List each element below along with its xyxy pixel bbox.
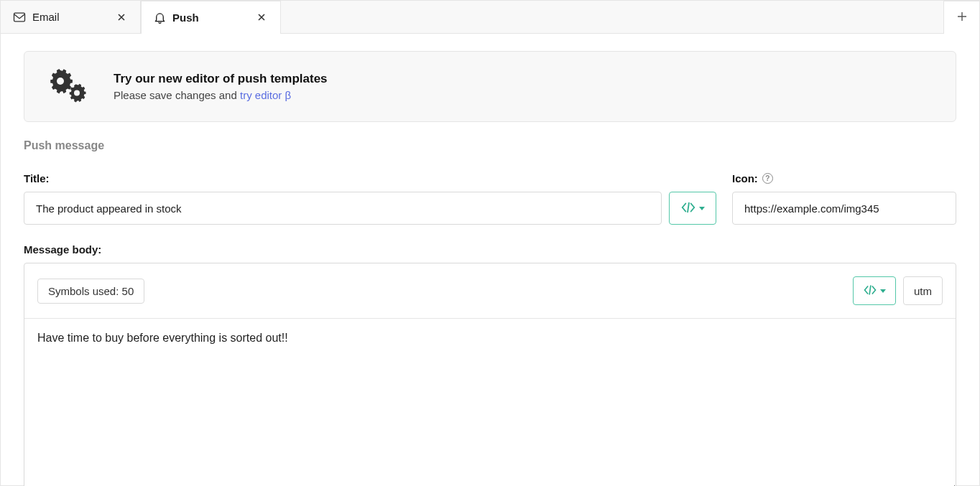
title-label: Title: [24, 172, 716, 184]
try-editor-link[interactable]: try editor β [240, 89, 291, 101]
symbols-count: 50 [122, 285, 134, 297]
svg-point-2 [74, 90, 80, 96]
svg-rect-0 [14, 13, 25, 22]
page-root: Email Push [0, 0, 980, 486]
section-heading: Push message [24, 139, 956, 152]
editor-banner: Try our new editor of push templates Ple… [24, 51, 956, 122]
tab-label: Push [172, 11, 249, 24]
insert-variable-button[interactable] [669, 192, 716, 225]
tab-label: Email [32, 11, 108, 23]
body-insert-variable-button[interactable] [853, 276, 896, 305]
code-icon [680, 201, 696, 216]
plus-icon [956, 11, 968, 24]
tab-email[interactable]: Email [1, 1, 141, 33]
help-icon[interactable]: ? [762, 173, 773, 184]
add-tab-button[interactable] [943, 1, 979, 34]
icon-label-text: Icon: [732, 172, 758, 184]
code-icon [863, 284, 877, 298]
close-icon[interactable] [114, 10, 129, 24]
title-icon-row: Title: [24, 172, 956, 225]
tab-list: Email Push [1, 1, 281, 33]
close-icon[interactable] [254, 10, 269, 24]
banner-sub-prefix: Please save changes and [114, 89, 240, 101]
message-body-label: Message body: [24, 243, 956, 256]
title-input[interactable] [24, 192, 662, 225]
tab-push[interactable]: Push [141, 1, 281, 34]
utm-button[interactable]: utm [903, 276, 943, 305]
symbols-counter: Symbols used: 50 [37, 279, 144, 304]
svg-point-1 [57, 78, 64, 85]
gears-icon [45, 67, 91, 106]
banner-subtitle: Please save changes and try editor β [114, 89, 328, 101]
title-input-row [24, 192, 716, 225]
chevron-down-icon [880, 289, 886, 293]
message-body-textarea[interactable] [24, 319, 956, 486]
message-body-toolbar: Symbols used: 50 utm [24, 263, 956, 319]
icon-field: Icon: ? [732, 172, 956, 225]
title-field: Title: [24, 172, 716, 225]
email-icon [12, 10, 27, 24]
banner-title: Try our new editor of push templates [114, 72, 328, 86]
bell-icon [153, 11, 167, 24]
symbols-prefix: Symbols used: [48, 285, 122, 297]
body-toolbar-right: utm [853, 276, 943, 305]
chevron-down-icon [699, 207, 705, 210]
message-body-box: Symbols used: 50 utm [24, 263, 956, 486]
content-area: Try our new editor of push templates Ple… [1, 51, 979, 486]
tab-bar: Email Push [1, 1, 979, 34]
banner-text: Try our new editor of push templates Ple… [114, 72, 328, 101]
icon-url-input[interactable] [732, 192, 956, 225]
icon-label: Icon: ? [732, 172, 956, 184]
